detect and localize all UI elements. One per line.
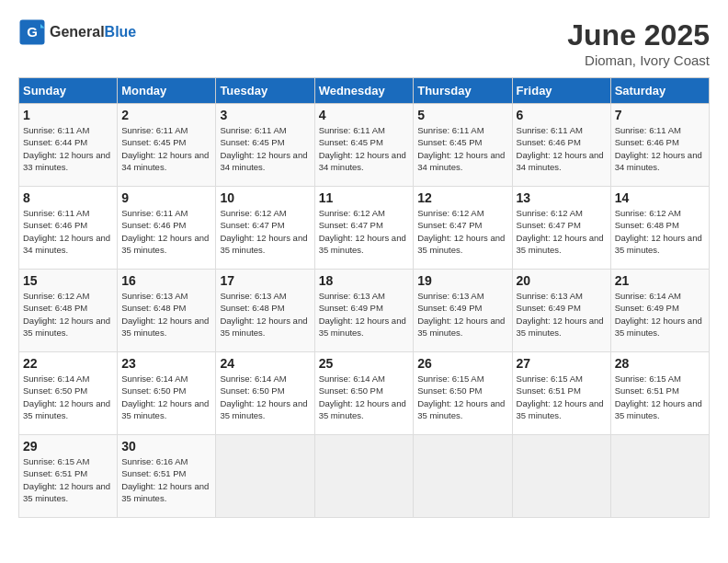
day-info: Sunrise: 6:11 AMSunset: 6:46 PMDaylight:… (23, 207, 113, 256)
weekday-header-monday: Monday (118, 78, 216, 104)
day-number: 19 (417, 273, 507, 288)
day-info: Sunrise: 6:16 AMSunset: 6:51 PMDaylight:… (121, 455, 211, 504)
day-info: Sunrise: 6:11 AMSunset: 6:45 PMDaylight:… (417, 124, 507, 173)
calendar-cell: 23Sunrise: 6:14 AMSunset: 6:50 PMDayligh… (118, 352, 216, 435)
day-number: 8 (23, 190, 113, 205)
calendar-cell: 4Sunrise: 6:11 AMSunset: 6:45 PMDaylight… (314, 104, 414, 187)
calendar-cell: 17Sunrise: 6:13 AMSunset: 6:48 PMDayligh… (216, 270, 314, 352)
calendar-cell: 1Sunrise: 6:11 AMSunset: 6:44 PMDaylight… (19, 104, 118, 187)
calendar-cell: 16Sunrise: 6:13 AMSunset: 6:48 PMDayligh… (118, 270, 216, 352)
day-number: 17 (220, 273, 310, 288)
calendar-week-2: 8Sunrise: 6:11 AMSunset: 6:46 PMDaylight… (19, 187, 710, 270)
day-number: 14 (615, 190, 705, 205)
day-number: 2 (121, 108, 211, 122)
day-info: Sunrise: 6:12 AMSunset: 6:47 PMDaylight:… (417, 207, 507, 256)
day-number: 11 (319, 190, 410, 205)
day-info: Sunrise: 6:13 AMSunset: 6:49 PMDaylight:… (319, 290, 410, 339)
calendar-cell: 28Sunrise: 6:15 AMSunset: 6:51 PMDayligh… (610, 352, 709, 435)
calendar-cell: 8Sunrise: 6:11 AMSunset: 6:46 PMDaylight… (19, 187, 118, 270)
calendar-cell (610, 435, 709, 518)
weekday-header-friday: Friday (512, 78, 610, 104)
page-header: G GeneralBlue June 2025 Dioman, Ivory Co… (18, 18, 710, 68)
day-info: Sunrise: 6:11 AMSunset: 6:46 PMDaylight:… (517, 124, 607, 173)
calendar-cell: 12Sunrise: 6:12 AMSunset: 6:47 PMDayligh… (414, 187, 512, 270)
day-info: Sunrise: 6:12 AMSunset: 6:48 PMDaylight:… (615, 207, 705, 256)
calendar-cell: 24Sunrise: 6:14 AMSunset: 6:50 PMDayligh… (216, 352, 314, 435)
calendar-cell: 29Sunrise: 6:15 AMSunset: 6:51 PMDayligh… (19, 435, 118, 518)
day-info: Sunrise: 6:15 AMSunset: 6:51 PMDaylight:… (517, 373, 607, 421)
logo: G GeneralBlue (18, 18, 136, 46)
calendar-week-4: 22Sunrise: 6:14 AMSunset: 6:50 PMDayligh… (19, 352, 710, 435)
day-number: 15 (23, 273, 113, 288)
day-number: 22 (23, 356, 113, 371)
day-number: 7 (615, 108, 705, 122)
day-number: 30 (121, 439, 211, 454)
calendar-cell (512, 435, 610, 518)
day-number: 1 (23, 108, 113, 122)
svg-text:G: G (27, 24, 38, 40)
weekday-header-wednesday: Wednesday (314, 78, 414, 104)
day-number: 3 (220, 108, 310, 122)
day-number: 27 (517, 356, 607, 371)
day-info: Sunrise: 6:13 AMSunset: 6:49 PMDaylight:… (517, 290, 607, 339)
day-number: 5 (417, 108, 507, 122)
day-number: 25 (319, 356, 410, 371)
day-number: 24 (220, 356, 310, 371)
calendar-cell (216, 435, 314, 518)
day-info: Sunrise: 6:11 AMSunset: 6:44 PMDaylight:… (23, 124, 113, 173)
calendar-cell: 7Sunrise: 6:11 AMSunset: 6:46 PMDaylight… (610, 104, 709, 187)
day-number: 9 (121, 190, 211, 205)
calendar-cell: 9Sunrise: 6:11 AMSunset: 6:46 PMDaylight… (118, 187, 216, 270)
weekday-header-thursday: Thursday (414, 78, 512, 104)
day-number: 13 (517, 190, 607, 205)
logo-general: General (50, 24, 105, 40)
day-info: Sunrise: 6:13 AMSunset: 6:49 PMDaylight:… (417, 290, 507, 339)
calendar-cell: 20Sunrise: 6:13 AMSunset: 6:49 PMDayligh… (512, 270, 610, 352)
title-area: June 2025 Dioman, Ivory Coast (567, 18, 710, 68)
calendar-week-5: 29Sunrise: 6:15 AMSunset: 6:51 PMDayligh… (19, 435, 710, 518)
day-number: 28 (615, 356, 705, 371)
day-info: Sunrise: 6:12 AMSunset: 6:47 PMDaylight:… (319, 207, 410, 256)
day-number: 21 (615, 273, 705, 288)
weekday-header-sunday: Sunday (19, 78, 118, 104)
day-info: Sunrise: 6:12 AMSunset: 6:47 PMDaylight:… (517, 207, 607, 256)
weekday-header-saturday: Saturday (610, 78, 709, 104)
calendar-cell: 14Sunrise: 6:12 AMSunset: 6:48 PMDayligh… (610, 187, 709, 270)
logo-blue: Blue (105, 24, 137, 40)
day-info: Sunrise: 6:11 AMSunset: 6:45 PMDaylight:… (220, 124, 310, 173)
calendar-cell: 6Sunrise: 6:11 AMSunset: 6:46 PMDaylight… (512, 104, 610, 187)
calendar-header-row: SundayMondayTuesdayWednesdayThursdayFrid… (19, 78, 710, 104)
day-number: 26 (417, 356, 507, 371)
day-info: Sunrise: 6:13 AMSunset: 6:48 PMDaylight:… (220, 290, 310, 339)
day-number: 12 (417, 190, 507, 205)
month-title: June 2025 (567, 18, 710, 52)
calendar-cell: 11Sunrise: 6:12 AMSunset: 6:47 PMDayligh… (314, 187, 414, 270)
day-info: Sunrise: 6:14 AMSunset: 6:50 PMDaylight:… (319, 373, 410, 421)
day-info: Sunrise: 6:11 AMSunset: 6:45 PMDaylight:… (121, 124, 211, 173)
day-info: Sunrise: 6:14 AMSunset: 6:50 PMDaylight:… (220, 373, 310, 421)
calendar-week-1: 1Sunrise: 6:11 AMSunset: 6:44 PMDaylight… (19, 104, 710, 187)
calendar-cell: 22Sunrise: 6:14 AMSunset: 6:50 PMDayligh… (19, 352, 118, 435)
calendar-cell: 10Sunrise: 6:12 AMSunset: 6:47 PMDayligh… (216, 187, 314, 270)
calendar-cell: 2Sunrise: 6:11 AMSunset: 6:45 PMDaylight… (118, 104, 216, 187)
day-number: 29 (23, 439, 113, 454)
day-info: Sunrise: 6:12 AMSunset: 6:48 PMDaylight:… (23, 290, 113, 339)
calendar-cell: 27Sunrise: 6:15 AMSunset: 6:51 PMDayligh… (512, 352, 610, 435)
calendar-cell: 19Sunrise: 6:13 AMSunset: 6:49 PMDayligh… (414, 270, 512, 352)
calendar-cell: 3Sunrise: 6:11 AMSunset: 6:45 PMDaylight… (216, 104, 314, 187)
day-number: 16 (121, 273, 211, 288)
weekday-header-tuesday: Tuesday (216, 78, 314, 104)
location-title: Dioman, Ivory Coast (567, 52, 710, 68)
day-info: Sunrise: 6:15 AMSunset: 6:51 PMDaylight:… (23, 455, 113, 504)
day-info: Sunrise: 6:11 AMSunset: 6:45 PMDaylight:… (319, 124, 410, 173)
calendar-cell: 25Sunrise: 6:14 AMSunset: 6:50 PMDayligh… (314, 352, 414, 435)
day-info: Sunrise: 6:11 AMSunset: 6:46 PMDaylight:… (121, 207, 211, 256)
day-info: Sunrise: 6:15 AMSunset: 6:50 PMDaylight:… (417, 373, 507, 421)
calendar-cell (414, 435, 512, 518)
calendar-week-3: 15Sunrise: 6:12 AMSunset: 6:48 PMDayligh… (19, 270, 710, 352)
day-info: Sunrise: 6:14 AMSunset: 6:49 PMDaylight:… (615, 290, 705, 339)
day-info: Sunrise: 6:14 AMSunset: 6:50 PMDaylight:… (23, 373, 113, 421)
day-info: Sunrise: 6:12 AMSunset: 6:47 PMDaylight:… (220, 207, 310, 256)
calendar-cell: 5Sunrise: 6:11 AMSunset: 6:45 PMDaylight… (414, 104, 512, 187)
day-info: Sunrise: 6:13 AMSunset: 6:48 PMDaylight:… (121, 290, 211, 339)
